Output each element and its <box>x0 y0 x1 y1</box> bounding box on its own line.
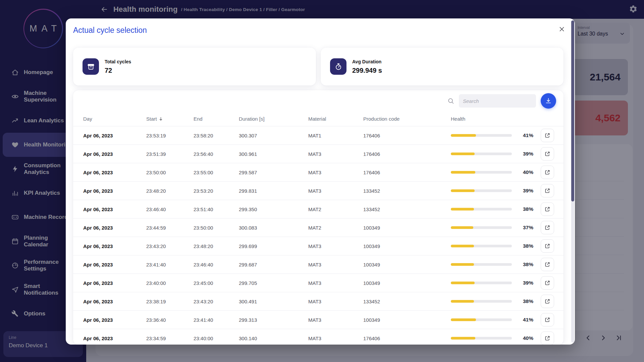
cycle-selection-modal: Actual cycle selection Total cycles 72 A… <box>66 18 575 345</box>
table-row: Apr 06, 2023 23:44:59 23:50:00 300.083 M… <box>73 219 564 237</box>
open-cycle-button[interactable] <box>541 221 554 234</box>
cell-material: MAT3 <box>308 299 363 304</box>
health-bar-fill <box>451 153 475 155</box>
table-row: Apr 06, 2023 23:40:00 23:45:00 299.705 M… <box>73 274 564 292</box>
cell-production-code: 100349 <box>363 225 451 231</box>
cell-production-code: 176406 <box>363 133 451 138</box>
col-header-start[interactable]: Start <box>146 116 194 122</box>
cell-duration: 299.687 <box>239 262 308 267</box>
cell-day: Apr 06, 2023 <box>83 317 146 323</box>
cell-start: 23:34:59 <box>146 336 194 341</box>
cell-duration: 300.961 <box>239 151 308 157</box>
health-bar <box>451 171 515 174</box>
archive-icon <box>87 63 95 71</box>
close-button[interactable] <box>557 24 567 35</box>
health-bar <box>451 208 515 210</box>
total-cycles-label: Total cycles <box>105 59 131 64</box>
table-row: Apr 06, 2023 23:43:20 23:48:20 299.699 M… <box>73 237 564 255</box>
avg-duration-value: 299.949 s <box>352 67 382 74</box>
cell-duration: 299.587 <box>239 170 308 175</box>
open-cycle-button[interactable] <box>541 313 554 326</box>
health-bar-fill <box>451 263 474 266</box>
table-row: Apr 06, 2023 23:36:40 23:41:40 299.313 M… <box>73 311 564 329</box>
cell-duration: 300.307 <box>239 133 308 138</box>
col-header-production-code[interactable]: Production code <box>363 116 451 122</box>
open-cycle-button[interactable] <box>541 239 554 253</box>
health-bar-fill <box>451 189 475 192</box>
health-bar <box>451 226 515 229</box>
cell-production-code: 133452 <box>363 188 451 194</box>
cell-material: MAT3 <box>308 280 363 286</box>
open-cycle-button[interactable] <box>541 295 554 308</box>
external-link-icon <box>544 261 550 267</box>
health-bar-track <box>451 134 512 137</box>
cell-end: 23:55:00 <box>194 170 239 175</box>
open-cycle-button[interactable] <box>541 129 554 142</box>
health-percent: 38% <box>515 206 538 212</box>
open-cycle-button[interactable] <box>541 166 554 179</box>
cell-day: Apr 06, 2023 <box>83 206 146 212</box>
cell-day: Apr 06, 2023 <box>83 151 146 157</box>
cell-production-code: 133452 <box>363 206 451 212</box>
sort-arrow-icon <box>158 116 163 121</box>
cell-production-code: 100349 <box>363 317 451 323</box>
col-header-end[interactable]: End <box>194 116 239 122</box>
health-bar <box>451 245 515 247</box>
search-input[interactable] <box>459 94 536 108</box>
cell-duration: 299.350 <box>239 206 308 212</box>
open-cycle-button[interactable] <box>541 184 554 197</box>
health-bar-fill <box>451 300 474 303</box>
external-link-icon <box>544 132 550 138</box>
health-bar-track <box>451 189 512 192</box>
cell-material: MAT1 <box>308 133 363 138</box>
cell-end: 23:53:20 <box>194 188 239 194</box>
cell-end: 23:40:00 <box>194 336 239 341</box>
health-bar <box>451 263 515 266</box>
cell-duration: 299.313 <box>239 317 308 323</box>
open-cycle-button[interactable] <box>541 202 554 216</box>
open-cycle-button[interactable] <box>541 331 554 345</box>
cell-day: Apr 06, 2023 <box>83 225 146 231</box>
stopwatch-icon <box>334 63 342 71</box>
cell-day: Apr 06, 2023 <box>83 336 146 341</box>
download-button[interactable] <box>541 93 556 109</box>
health-bar-track <box>451 171 512 174</box>
external-link-icon <box>544 188 550 194</box>
cell-duration: 299.699 <box>239 243 308 249</box>
col-header-health[interactable]: Health <box>451 116 515 122</box>
cell-material: MAT3 <box>308 188 363 194</box>
health-bar-track <box>451 337 512 340</box>
col-header-material[interactable]: Material <box>308 116 363 122</box>
table-row: Apr 06, 2023 23:51:39 23:56:40 300.961 M… <box>73 145 564 163</box>
close-icon <box>558 25 566 33</box>
health-percent: 39% <box>515 188 538 194</box>
cell-duration: 300.083 <box>239 225 308 231</box>
health-percent: 37% <box>515 225 538 231</box>
external-link-icon <box>544 151 550 157</box>
external-link-icon <box>544 298 550 304</box>
cell-duration: 299.831 <box>239 188 308 194</box>
col-header-duration[interactable]: Duration [s] <box>239 116 308 122</box>
open-cycle-button[interactable] <box>541 147 554 161</box>
col-header-day[interactable]: Day <box>83 116 146 122</box>
cell-material: MAT3 <box>308 151 363 157</box>
health-percent: 38% <box>515 261 538 267</box>
cell-start: 23:44:59 <box>146 225 194 231</box>
open-cycle-button[interactable] <box>541 276 554 290</box>
cell-end: 23:58:20 <box>194 133 239 138</box>
cell-duration: 299.705 <box>239 280 308 286</box>
cell-day: Apr 06, 2023 <box>83 188 146 194</box>
open-cycle-button[interactable] <box>541 258 554 271</box>
table-row: Apr 06, 2023 23:38:19 23:43:20 300.491 M… <box>73 292 564 311</box>
table-row: Apr 06, 2023 23:53:19 23:58:20 300.307 M… <box>73 126 564 145</box>
external-link-icon <box>544 317 550 323</box>
external-link-icon <box>544 206 550 212</box>
cell-start: 23:41:40 <box>146 262 194 267</box>
cell-material: MAT3 <box>308 262 363 267</box>
health-bar-track <box>451 226 512 229</box>
cell-production-code: 100349 <box>363 262 451 267</box>
table-row: Apr 06, 2023 23:48:20 23:53:20 299.831 M… <box>73 182 564 200</box>
health-bar-track <box>451 245 512 247</box>
modal-scrollbar-thumb[interactable] <box>571 20 574 201</box>
cell-start: 23:48:20 <box>146 188 194 194</box>
